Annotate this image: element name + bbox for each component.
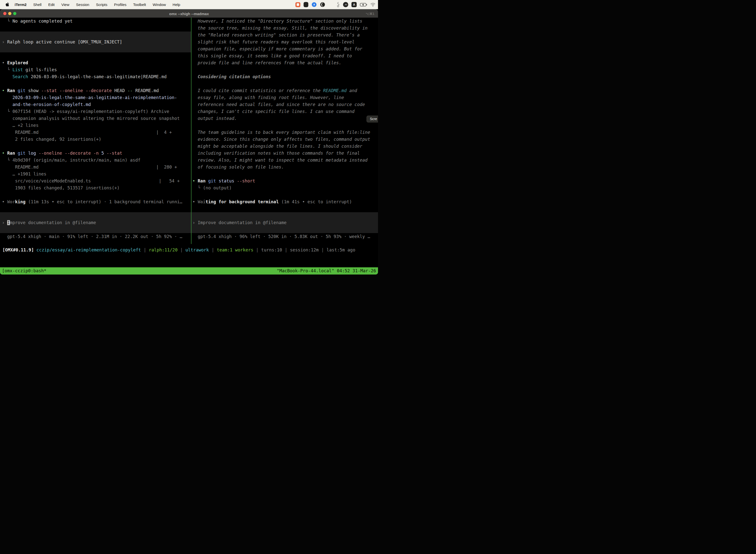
terminal-line [0,32,191,39]
text-segment: ralph:11/20 [149,247,178,253]
terminal-line [0,143,191,150]
terminal-line: and-the-erosion-of-copyleft.md [0,101,191,108]
terminal-area: └ No agents completed yet › Ralph loop a… [0,18,378,275]
menu-items: iTerm2 Shell Edit View Session Scripts P… [15,2,180,7]
text-segment: Ran [198,178,206,183]
menu-iterm2[interactable]: iTerm2 [15,2,26,7]
terminal-line: companion analysis without altering the … [0,115,191,122]
text-segment: turns:10 [261,247,282,253]
text-segment: (1m 41s • esc to interrupt) [279,199,352,204]
text-segment: of focusing solely on file lines. [192,165,284,170]
text-segment: I could cite commit statistics or refere… [192,88,323,93]
terminal-line: └ List git ls-files [0,66,191,73]
terminal-line [0,212,191,219]
menu-edit[interactable]: Edit [48,2,55,7]
right-terminal-pane[interactable]: However, I noticed the "Directory Struct… [191,18,378,240]
text-segment: including verification notes with those … [192,151,360,156]
crescent-app-icon[interactable] [320,2,325,7]
terminal-line: Considering citation options [191,73,378,80]
grid-app-icon[interactable] [304,2,308,7]
terminal-line: I could cite commit statistics or refere… [191,87,378,94]
text-segment: 1903 files changed, 513517 insertions(+) [2,185,120,190]
terminal-line: README.md | 4 + [0,129,191,136]
text-segment: └ [2,19,12,23]
text-segment: | [253,247,261,253]
apple-menu-icon[interactable] [5,2,9,7]
terminal-line: evidence. Since this change only affects… [191,136,378,143]
text-segment: and [347,88,357,93]
screen-recording-indicator-icon[interactable] [296,2,300,7]
text-segment: -- [125,88,133,93]
text-segment: | [319,247,327,253]
text-segment: … +2 lines [2,123,39,128]
menu-window[interactable]: Window [153,2,166,7]
text-block: [OMX#0.11.9] cczip/essay/ai-reimplementa… [0,246,378,254]
omx-status-line: [OMX#0.11.9] cczip/essay/ai-reimplementa… [0,246,378,254]
text-segment: 2 files changed, 92 insertions(+) [2,137,101,142]
text-segment: last:5m ago [327,247,356,253]
text-segment: gpt-5.4 xhigh · main · 91% left · 2.31M … [2,234,182,239]
terminal-line: 2026-03-09-is-legal-the-same-as-legitima… [0,94,191,101]
menu-toolbelt[interactable]: Toolbelt [133,2,146,7]
terminal-line: • Waiting for background terminal (1m 41… [191,198,378,205]
terminal-line [0,226,191,233]
blue-bolt-badge-icon[interactable] [312,2,317,7]
terminal-line: README.md | 280 + [0,164,191,170]
menu-scripts[interactable]: Scripts [96,2,107,7]
menu-shell[interactable]: Shell [33,2,42,7]
text-segment: HEAD [112,88,125,93]
terminal-line [191,205,378,212]
terminal-line [191,226,378,233]
text-segment: | [178,247,186,253]
text-cursor: I [7,220,10,225]
hook-utility-icon[interactable] [336,2,340,7]
terminal-line [0,52,191,59]
menu-view[interactable]: View [61,2,69,7]
text-block: gpt-5.4 xhigh · main · 91% left · 2.31M … [0,233,191,240]
text-segment: [OMX#0.11.9] [2,247,34,253]
wifi-icon[interactable] [370,3,376,7]
text-segment: src/voice/voiceModeEnabled.ts | 54 + [2,178,180,183]
input-source-icon[interactable]: A [352,2,357,7]
terminal-line: Search 2026-03-09-is-legal-the-same-as-l… [0,73,191,80]
menu-profiles[interactable]: Profiles [114,2,126,7]
battery-percent-badge-icon[interactable]: ..61 [343,2,348,7]
terminal-line: … +2 lines [0,122,191,129]
text-segment: | [209,247,217,253]
text-segment: --stat --oneline --decorate [39,88,112,93]
text-segment: git [15,88,25,93]
text-segment: gpt-5.4 xhigh · 96% left · 520K in · 5.8… [192,234,370,239]
text-segment: king [15,199,25,204]
terminal-line [191,80,378,87]
text-segment: Wai [198,199,206,204]
text-segment: README.md | 4 + [2,130,172,135]
text-segment: • [2,151,7,156]
prompt-band[interactable]: › Improve documentation in @filename [0,212,191,233]
tmux-status-bar: [omx-cczip0:bash* "MacBook-Pro-44.local"… [0,267,378,275]
text-block: • Explored └ List git ls-files Search 20… [0,52,191,212]
terminal-line [0,45,191,52]
text-segment: Wor [7,199,15,204]
ralph-status-band[interactable]: › Ralph loop active continue [OMX_TMUX_I… [0,32,191,52]
terminal-line: └ No agents completed yet [0,18,191,24]
left-terminal-pane[interactable]: └ No agents completed yet › Ralph loop a… [0,18,191,240]
terminal-line: output instead. [191,115,378,122]
text-segment: Ran [7,88,15,93]
text-segment: The team guideline is to back every impo… [192,130,370,135]
menu-session[interactable]: Session [76,2,89,7]
text-segment: show [25,88,39,93]
text-segment: git ls-files [23,67,57,72]
terminal-line: src/voice/voiceModeEnabled.ts | 54 + [0,177,191,184]
terminal-line: • Explored [0,59,191,66]
window-title-bar[interactable]: omx --xhigh --madmax ⌥⌘1 [0,9,378,18]
tmux-session-label[interactable]: [omx-cczip0:bash* [2,267,46,275]
dots-grid-icon[interactable] [328,2,333,7]
battery-icon[interactable] [360,3,367,6]
text-segment: cczip/essay/ai-reimplementation-copyleft [34,247,141,253]
text-segment: --stat [104,151,122,156]
text-segment: └ (no output) [192,185,232,190]
terminal-line: companion file, especially if more comme… [191,45,378,52]
terminal-line: provide file and line references from th… [191,59,378,66]
prompt-band[interactable]: › Improve documentation in @filename [191,212,378,233]
menu-help[interactable]: Help [173,2,180,7]
